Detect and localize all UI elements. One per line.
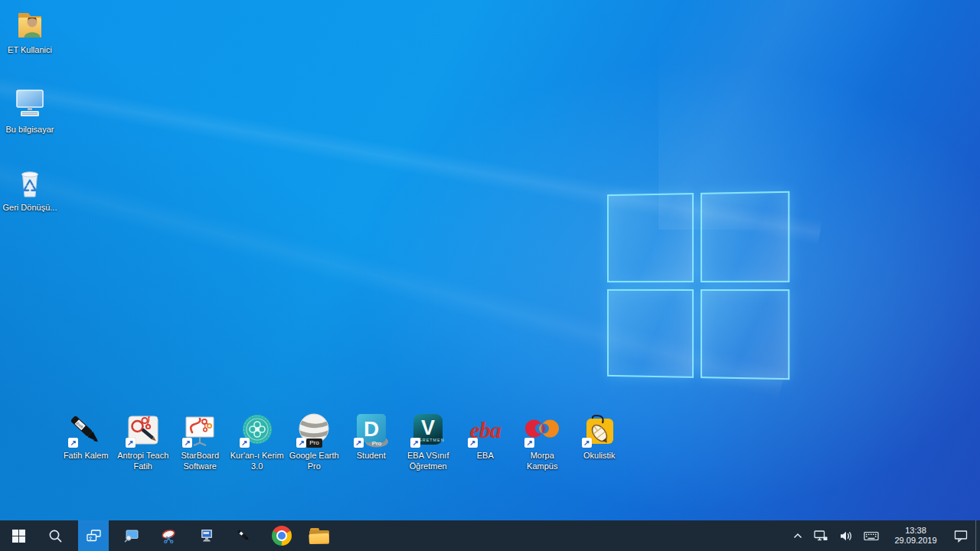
shortcut-arrow-icon: ↗ — [410, 438, 420, 448]
shortcut-arrow-icon: ↗ — [296, 438, 306, 448]
desktop-icon-label: Google Earth Pro — [286, 451, 343, 471]
taskbar-app-snipping-tool[interactable] — [150, 520, 188, 551]
desktop-icon-eba-vsinif[interactable]: V ÖĞRETMEN ↗ EBA VSınıf Öğretmen — [400, 412, 457, 471]
windows-logo-pane — [607, 289, 694, 377]
start-button[interactable] — [0, 520, 37, 551]
desktop-icon-label: Student — [343, 451, 400, 461]
search-button[interactable] — [37, 520, 74, 551]
action-center-button[interactable] — [946, 520, 975, 551]
desktop-icon-label: Morpa Kampüs — [514, 451, 571, 471]
desktop-icon-student[interactable]: D Pro ↗ Student — [343, 412, 400, 471]
antropi-teach-icon: ↗ — [125, 412, 162, 448]
action-center-icon — [954, 530, 968, 543]
windows-logo-pane — [700, 191, 789, 282]
file-explorer-icon — [309, 528, 329, 544]
desktop-icon-label: EBA VSınıf Öğretmen — [400, 451, 457, 471]
shortcut-arrow-icon: ↗ — [582, 438, 592, 448]
snipping-scissors-icon — [161, 528, 177, 544]
morpa-kampus-icon: ↗ — [524, 412, 560, 448]
windows-start-icon — [12, 530, 25, 543]
google-earth-icon: ↗ Pro — [296, 412, 332, 448]
desktop-icon-eba[interactable]: eba ↗ EBA — [457, 412, 514, 471]
eba-vsinif-icon: V ÖĞRETMEN ↗ — [410, 412, 446, 448]
tray-show-hidden-icons-button[interactable] — [787, 520, 808, 551]
desktop-icon-antropi-teach[interactable]: ↗ Antropi Teach Fatih — [115, 412, 172, 471]
desktop-icon-google-earth[interactable]: ↗ Pro Google Earth Pro — [286, 412, 343, 471]
desktop-icon-label: EBA — [457, 451, 514, 461]
desktop-icon-label: Antropi Teach Fatih — [115, 451, 172, 471]
windows-logo-pane — [607, 193, 694, 282]
windows-logo-pane — [700, 289, 789, 380]
chrome-icon — [272, 526, 292, 546]
clock-date: 29.09.2019 — [894, 536, 936, 546]
starboard-icon: ↗ — [181, 412, 218, 448]
tray-network-button[interactable] — [808, 520, 833, 551]
pen-icon — [236, 528, 252, 544]
taskbar-app-file-explorer[interactable] — [300, 520, 338, 551]
this-pc-icon — [11, 86, 48, 122]
keyboard-icon — [864, 530, 879, 542]
windows-logo-wallpaper — [607, 191, 789, 380]
desktop-icon-label: ET Kullanici — [2, 45, 58, 56]
taskbar-app-screen-magnifier[interactable] — [113, 520, 150, 551]
desktop-icon-label: StarBoard Software — [172, 451, 229, 471]
taskbar: 13:38 29.09.2019 — [0, 520, 980, 551]
recycle-bin-icon — [11, 164, 48, 201]
desktop-icon-recycle-bin[interactable]: Geri Dönüşü... — [2, 164, 58, 214]
shortcut-arrow-icon: ↗ — [354, 438, 364, 448]
desktop-icon-morpa-kampus[interactable]: ↗ Morpa Kampüs — [514, 412, 571, 471]
desktop-icon-kuran-kerim[interactable]: ↗ Kur'an-ı Kerim 3.0 — [229, 412, 286, 471]
student-icon: D Pro ↗ — [353, 412, 390, 448]
shortcut-arrow-icon: ↗ — [68, 438, 78, 448]
desktop-app-icons-row: fatih ↗ Fatih Kalem — [56, 412, 626, 471]
fatih-kalem-icon: fatih ↗ — [67, 412, 104, 448]
chevron-up-icon — [793, 533, 802, 539]
desktop-icon-label: Okulistik — [571, 451, 629, 461]
search-icon — [48, 529, 63, 543]
taskbar-app-interactive-board[interactable] — [188, 520, 225, 551]
shortcut-arrow-icon: ↗ — [240, 438, 250, 448]
taskbar-app-chrome[interactable] — [263, 520, 300, 551]
svg-text:V: V — [421, 416, 435, 439]
system-tray: 13:38 29.09.2019 — [787, 520, 980, 551]
shortcut-arrow-icon: ↗ — [126, 438, 136, 448]
desktop-icon-user-folder[interactable]: ET Kullanici — [2, 6, 58, 56]
svg-text:Pro: Pro — [372, 440, 382, 447]
desktop-icon-starboard[interactable]: ↗ StarBoard Software — [172, 412, 229, 471]
desktop-icon-label: Geri Dönüşü... — [2, 203, 58, 214]
taskbar-app-connect[interactable] — [78, 520, 109, 551]
kuran-kerim-icon: ↗ — [239, 412, 276, 448]
shortcut-arrow-icon: ↗ — [182, 438, 192, 448]
clock-time: 13:38 — [905, 526, 926, 536]
connect-screens-icon — [86, 528, 102, 543]
taskbar-app-pen-tool[interactable] — [225, 520, 263, 551]
pro-badge: Pro — [306, 439, 322, 448]
tray-clock[interactable]: 13:38 29.09.2019 — [885, 520, 946, 551]
screen-magnifier-icon — [123, 528, 139, 543]
desktop-icon-label: Kur'an-ı Kerim 3.0 — [229, 451, 286, 471]
okulistik-icon: ↗ — [581, 412, 618, 448]
shortcut-arrow-icon: ↗ — [524, 438, 534, 448]
desktop-icon-this-pc[interactable]: Bu bilgisayar — [2, 86, 58, 135]
desktop-icon-okulistik[interactable]: ↗ Okulistik — [571, 412, 629, 471]
taskbar-left — [0, 520, 338, 551]
board-computer-icon — [199, 528, 214, 543]
network-ethernet-icon — [814, 530, 828, 542]
speaker-icon — [839, 530, 852, 542]
desktop-icon-label: Fatih Kalem — [57, 451, 115, 461]
svg-text:D: D — [364, 417, 379, 441]
desktop-icon-label: Bu bilgisayar — [2, 125, 58, 135]
tray-touch-keyboard-button[interactable] — [858, 520, 885, 551]
user-folder-icon — [11, 6, 48, 43]
shortcut-arrow-icon: ↗ — [468, 438, 478, 448]
show-desktop-button[interactable] — [975, 520, 980, 551]
tray-volume-button[interactable] — [833, 520, 858, 551]
desktop-surface[interactable]: ET Kullanici Bu bilgisayar — [0, 0, 980, 520]
eba-icon: eba ↗ — [467, 412, 504, 448]
desktop-icon-fatih-kalem[interactable]: fatih ↗ Fatih Kalem — [57, 412, 115, 471]
